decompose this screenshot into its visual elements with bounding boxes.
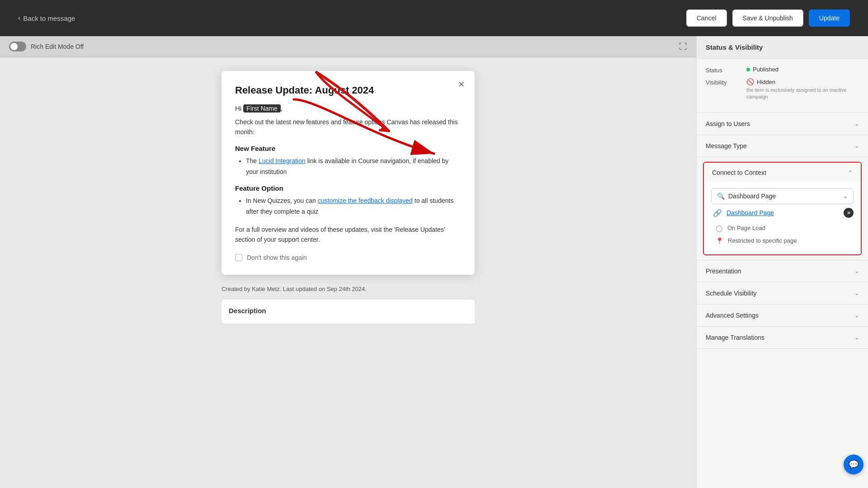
support-bubble[interactable]: 💬 — [844, 455, 863, 474]
hidden-value: 🚫 Hidden — [746, 78, 859, 85]
rich-edit-switch[interactable] — [9, 42, 26, 52]
presentation-section: Presentation ⌄ — [697, 260, 868, 282]
sidebar: Status & Visibility Status Published Vis… — [696, 36, 868, 488]
dont-show-checkbox[interactable] — [235, 254, 242, 261]
cancel-button[interactable]: Cancel — [686, 9, 727, 27]
preview-area: Release Update: August 2024 ✕ Hi First N… — [0, 57, 696, 337]
search-select-value: Dashboard Page — [728, 192, 840, 200]
assign-to-users-header[interactable]: Assign to Users ⌄ — [697, 113, 868, 135]
remove-page-button[interactable]: ✕ — [844, 208, 854, 218]
manage-translations-chevron-icon: ⌄ — [854, 334, 859, 341]
back-arrow-icon: ‹ — [18, 14, 20, 22]
manage-translations-label: Manage Translations — [706, 334, 764, 341]
dont-show-row: Don't show this again — [235, 254, 461, 261]
hidden-icon: 🚫 — [746, 78, 754, 85]
published-dot-icon — [746, 68, 750, 71]
status-label: Status — [706, 66, 737, 74]
schedule-visibility-chevron-icon: ⌄ — [854, 290, 859, 296]
update-button[interactable]: Update — [809, 9, 850, 27]
modal-title: Release Update: August 2024 — [235, 84, 461, 96]
support-icon: 💬 — [849, 460, 859, 469]
assign-to-users-section: Assign to Users ⌄ — [697, 113, 868, 135]
dashboard-page-link[interactable]: Dashboard Page — [726, 209, 774, 216]
new-feature-list: The Lucid Integration link is available … — [235, 156, 461, 178]
visibility-value-block: 🚫 Hidden the item is exclusively assigne… — [746, 78, 859, 101]
new-feature-title: New Feature — [235, 145, 461, 152]
advanced-settings-section: Advanced Settings ⌄ — [697, 305, 868, 327]
manage-translations-section: Manage Translations ⌄ — [697, 327, 868, 349]
message-type-header[interactable]: Message Type ⌄ — [697, 135, 868, 157]
advanced-settings-label: Advanced Settings — [706, 312, 759, 319]
advanced-settings-header[interactable]: Advanced Settings ⌄ — [697, 305, 868, 326]
page-link-icon: 🔗 — [713, 209, 722, 217]
advanced-settings-chevron-icon: ⌄ — [854, 312, 859, 319]
back-link[interactable]: ‹ Back to message — [18, 14, 75, 22]
visibility-detail: the item is exclusively assigned to an i… — [746, 87, 859, 101]
rich-edit-label: Rich Edit Mode Off — [31, 43, 84, 50]
connect-to-context-section: Connect to Context ⌃ 🔍 Dashboard Page ⌄ … — [703, 162, 862, 255]
modal-card: Release Update: August 2024 ✕ Hi First N… — [222, 71, 475, 275]
connect-to-context-wrapper: Connect to Context ⌃ 🔍 Dashboard Page ⌄ … — [697, 157, 868, 260]
modal-close-button[interactable]: ✕ — [455, 78, 467, 91]
back-label: Back to message — [23, 14, 75, 22]
status-visibility-section: Status Published Visibility 🚫 Hidden the… — [697, 59, 868, 113]
on-page-load-option: ◯ On Page Load — [711, 222, 854, 235]
lucid-link[interactable]: Lucid Integration — [259, 157, 306, 164]
manage-translations-header[interactable]: Manage Translations ⌄ — [697, 327, 868, 348]
restricted-icon: 📍 — [716, 237, 723, 244]
message-type-chevron-icon: ⌄ — [854, 143, 859, 149]
connect-to-context-title: Connect to Context — [712, 169, 766, 176]
schedule-visibility-header[interactable]: Schedule Visibility ⌄ — [697, 282, 868, 304]
schedule-visibility-section: Schedule Visibility ⌄ — [697, 282, 868, 305]
main-content: Rich Edit Mode Off ⛶ Release Update: Aug… — [0, 36, 696, 488]
rich-edit-toggle[interactable]: Rich Edit Mode Off — [9, 42, 84, 52]
on-page-load-icon: ◯ — [716, 225, 723, 232]
description-title: Description — [229, 307, 467, 314]
restricted-option: 📍 Restricted to specific page — [711, 235, 854, 247]
selected-page-item: 🔗 Dashboard Page ✕ — [711, 204, 854, 222]
context-search-select[interactable]: 🔍 Dashboard Page ⌄ — [711, 188, 854, 204]
status-row: Status Published — [706, 66, 859, 74]
customize-link[interactable]: customize the feedback displayed — [318, 197, 413, 204]
expand-icon[interactable]: ⛶ — [679, 42, 687, 52]
presentation-label: Presentation — [706, 267, 741, 275]
footer-text: Created by Katie Metz. Last updated on S… — [222, 286, 367, 292]
visibility-label: Visibility — [706, 78, 737, 86]
assign-to-users-label: Assign to Users — [706, 120, 750, 127]
dropdown-chevron-icon: ⌄ — [843, 193, 848, 199]
connect-to-context-chevron-icon: ⌃ — [848, 169, 853, 176]
page-footer: Created by Katie Metz. Last updated on S… — [222, 286, 475, 292]
feature-option-list: In New Quizzes, you can customize the fe… — [235, 196, 461, 217]
top-bar: ‹ Back to message Cancel Save & Unpublis… — [0, 0, 868, 36]
visibility-row: Visibility 🚫 Hidden the item is exclusiv… — [706, 78, 859, 101]
modal-intro: Check out the latest new features and fe… — [235, 117, 461, 137]
restricted-label: Restricted to specific page — [728, 237, 797, 244]
feature-bullet-2: In New Quizzes, you can customize the fe… — [246, 196, 461, 217]
hidden-label: Hidden — [757, 79, 775, 85]
dont-show-label: Don't show this again — [247, 254, 307, 261]
schedule-visibility-label: Schedule Visibility — [706, 290, 757, 297]
message-type-section: Message Type ⌄ — [697, 135, 868, 157]
sidebar-header: Status & Visibility — [697, 36, 868, 59]
message-type-label: Message Type — [706, 142, 747, 150]
greeting-hi: Hi — [235, 104, 241, 112]
modal-footer-text: For a full overview and videos of these … — [235, 225, 461, 245]
status-published: Published — [753, 66, 778, 73]
description-section: Description — [222, 300, 475, 324]
save-unpublish-button[interactable]: Save & Unpublish — [732, 9, 803, 27]
top-actions: Cancel Save & Unpublish Update — [686, 9, 850, 27]
modal-greeting: Hi First Name, — [235, 104, 461, 113]
presentation-header[interactable]: Presentation ⌄ — [697, 260, 868, 282]
connect-to-context-header[interactable]: Connect to Context ⌃ — [704, 163, 861, 183]
editor-toolbar: Rich Edit Mode Off ⛶ — [0, 36, 696, 57]
sidebar-header-label: Status & Visibility — [706, 43, 763, 51]
assign-to-users-chevron-icon: ⌄ — [854, 121, 859, 127]
feature-option-title: Feature Option — [235, 184, 461, 192]
feature-bullet-1: The Lucid Integration link is available … — [246, 156, 461, 178]
presentation-chevron-icon: ⌄ — [854, 268, 859, 274]
search-icon: 🔍 — [717, 192, 725, 200]
connect-to-context-body: 🔍 Dashboard Page ⌄ 🔗 Dashboard Page ✕ ◯ … — [704, 183, 861, 254]
status-value: Published — [746, 66, 778, 73]
on-page-load-label: On Page Load — [727, 225, 765, 231]
first-name-badge: First Name — [243, 104, 280, 113]
